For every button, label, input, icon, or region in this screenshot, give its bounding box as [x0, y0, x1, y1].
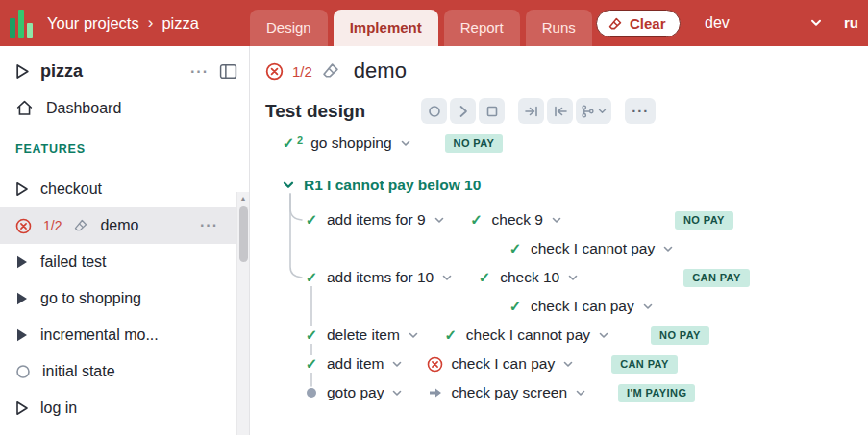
skip-to-start-button[interactable] — [547, 98, 573, 124]
step-label[interactable]: check I can pay — [451, 355, 555, 373]
sidebar-item-go-to-shopping[interactable]: go to shopping — [0, 280, 249, 317]
feature-label: incremental mo... — [40, 326, 159, 344]
chevron-down-icon[interactable] — [442, 275, 452, 281]
chevron-down-icon[interactable] — [563, 361, 573, 368]
step-label[interactable]: check I cannot pay — [531, 240, 655, 257]
chevron-down-icon[interactable] — [568, 275, 578, 281]
sidebar-item-dashboard[interactable]: Dashboard — [0, 99, 249, 117]
rule-group-label[interactable]: R1 I cannot pay below 10 — [304, 177, 481, 194]
chevron-down-icon[interactable] — [663, 246, 673, 253]
chevron-down-icon[interactable] — [643, 303, 653, 310]
play-filled-icon — [15, 254, 29, 270]
chevron-down-icon[interactable] — [283, 181, 294, 189]
play-outline-icon — [15, 63, 30, 80]
state-badge[interactable]: NO PAY — [651, 326, 709, 345]
step-label[interactable]: check 9 — [492, 211, 543, 229]
check-icon: ✓ — [508, 298, 523, 315]
error-icon — [427, 356, 443, 373]
state-badge[interactable]: CAN PAY — [683, 269, 749, 287]
branch-menu-button[interactable] — [576, 98, 611, 124]
chevron-down-icon[interactable] — [392, 390, 402, 397]
tab-report[interactable]: Report — [444, 10, 520, 46]
step-label[interactable]: delete item — [327, 326, 400, 344]
page-title: demo — [354, 59, 407, 84]
play-step-button[interactable] — [450, 98, 476, 124]
step-label[interactable]: check pay screen — [451, 384, 567, 401]
step-row-goto-pay[interactable]: goto pay check pay screen I'M PAYING — [265, 378, 868, 407]
step-row-check-i-can-pay[interactable]: ✓ check I can pay — [265, 292, 868, 321]
state-badge[interactable]: I'M PAYING — [618, 384, 695, 402]
state-badge[interactable]: NO PAY — [445, 134, 504, 153]
test-design-toolbar: Test design — [265, 98, 868, 124]
breadcrumb-current-project[interactable]: pizza — [161, 14, 199, 33]
skip-start-icon — [553, 104, 568, 119]
tab-design[interactable]: Design — [250, 10, 328, 46]
scrollbar-thumb[interactable] — [239, 206, 248, 262]
sidebar-project-row[interactable]: pizza ··· — [0, 46, 249, 82]
clear-button[interactable]: Clear — [596, 10, 681, 37]
app-logo[interactable] — [10, 9, 36, 38]
state-badge[interactable]: NO PAY — [675, 211, 733, 230]
step-row-check-i-cannot-pay[interactable]: ✓ check I cannot pay — [265, 234, 868, 263]
step-row-add-items-for-10[interactable]: ✓ add items for 10 ✓ check 10 CAN PAY — [265, 263, 868, 292]
feature-label: checkout — [40, 181, 102, 198]
sidebar-item-incremental[interactable]: incremental mo... — [0, 317, 249, 353]
feature-more-icon[interactable]: ··· — [200, 218, 218, 233]
run-controls-group — [421, 98, 505, 124]
step-go-shopping[interactable]: ✓ 2 go shopping NO PAY — [265, 129, 868, 157]
environment-dropdown[interactable]: dev — [705, 0, 822, 46]
chevron-down-icon[interactable] — [401, 140, 410, 147]
project-more-icon[interactable]: ··· — [190, 64, 209, 80]
rule-group-r1[interactable]: R1 I cannot pay below 10 — [265, 171, 868, 200]
feature-label: demo — [100, 217, 138, 234]
step-label[interactable]: check I can pay — [531, 298, 634, 315]
step-label[interactable]: goto pay — [327, 384, 384, 401]
record-button[interactable] — [421, 98, 447, 124]
error-icon — [15, 218, 32, 234]
chevron-right-icon — [456, 104, 471, 119]
skip-to-end-button[interactable] — [518, 98, 544, 124]
state-badge[interactable]: CAN PAY — [611, 355, 677, 374]
step-label[interactable]: add items for 10 — [327, 269, 434, 286]
step-label[interactable]: add item — [327, 355, 384, 373]
next-step-arrow-icon — [427, 387, 443, 399]
chevron-down-icon[interactable] — [599, 332, 608, 339]
environment-value: dev — [705, 14, 730, 32]
step-row-delete-item[interactable]: ✓ delete item ✓ check I cannot pay NO PA… — [265, 321, 868, 350]
step-row-add-items-for-9[interactable]: ✓ add items for 9 ✓ check 9 NO PAY — [265, 205, 868, 234]
chevron-down-icon[interactable] — [392, 361, 402, 368]
step-row-add-item[interactable]: ✓ add item check I can pay CAN PAY — [265, 350, 868, 378]
chevron-down-icon[interactable] — [409, 332, 418, 339]
eraser-icon — [73, 218, 88, 233]
chevron-down-icon[interactable] — [434, 217, 444, 224]
sidebar-item-demo[interactable]: 1/2 demo ··· — [0, 207, 249, 244]
circle-outline-icon — [15, 364, 31, 379]
step-label[interactable]: go shopping — [310, 134, 391, 152]
chevron-down-icon[interactable] — [576, 390, 585, 397]
step-label[interactable]: check 10 — [500, 269, 559, 286]
section-title: Test design — [265, 101, 365, 122]
navigation-controls-group — [518, 98, 611, 124]
tab-implement[interactable]: Implement — [334, 10, 438, 46]
check-icon: ✓ — [304, 355, 319, 373]
eraser-icon — [608, 16, 623, 32]
chevron-down-icon[interactable] — [552, 217, 561, 224]
sidebar-item-initial-state[interactable]: initial state — [0, 353, 249, 390]
tab-runs[interactable]: Runs — [526, 10, 592, 46]
sidebar-item-log-in[interactable]: log in — [0, 390, 249, 426]
step-label[interactable]: check I cannot pay — [466, 326, 590, 344]
run-button-partial[interactable]: ru — [844, 14, 858, 31]
sidebar-scrollbar[interactable]: ▲ — [236, 192, 249, 435]
step-label[interactable]: add items for 9 — [327, 211, 426, 229]
toolbar-more-button[interactable]: ··· — [625, 98, 656, 124]
stop-button[interactable] — [479, 98, 505, 124]
skip-end-icon — [524, 104, 539, 119]
sidebar-item-failed-test[interactable]: failed test — [0, 244, 249, 280]
check-icon: ✓ — [304, 326, 319, 344]
sidebar-item-checkout[interactable]: checkout — [0, 171, 249, 207]
features-section-header: FEATURES — [15, 142, 249, 156]
collapse-panel-icon[interactable] — [219, 63, 237, 80]
breadcrumb-projects-link[interactable]: Your projects — [47, 14, 139, 33]
stop-square-icon — [484, 104, 500, 119]
scroll-up-icon[interactable]: ▲ — [237, 195, 249, 202]
